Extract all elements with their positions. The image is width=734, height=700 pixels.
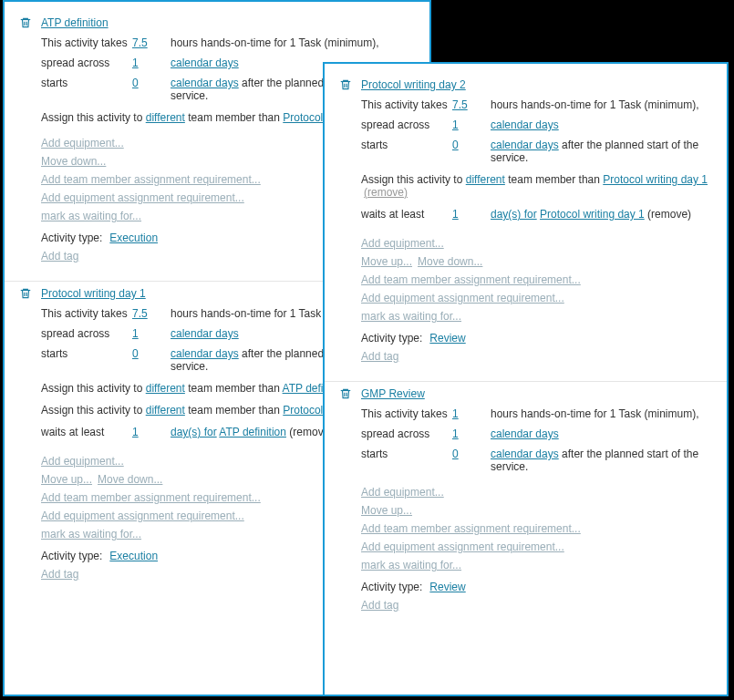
activity-type-label: Activity type: bbox=[41, 232, 102, 244]
add-equip-req-link[interactable]: Add equipment assignment requirement... bbox=[361, 540, 712, 553]
label-spread: spread across bbox=[361, 427, 452, 440]
add-tag-link[interactable]: Add tag bbox=[361, 350, 712, 363]
add-equipment-link[interactable]: Add equipment... bbox=[361, 486, 712, 499]
label-takes: This activity takes bbox=[361, 98, 452, 111]
value-starts[interactable]: 0 bbox=[452, 448, 491, 460]
wait-target[interactable]: Protocol writing day 1 bbox=[540, 208, 645, 221]
unit-starts: calendar days after the planned start of… bbox=[491, 448, 712, 473]
label-waits: waits at least bbox=[41, 426, 132, 438]
activity-type-value[interactable]: Review bbox=[429, 332, 465, 345]
assign-different[interactable]: different bbox=[146, 404, 185, 417]
calendar-days-link[interactable]: calendar days bbox=[491, 448, 559, 460]
unit-waits: day(s) for Protocol writing day 1 (remov… bbox=[491, 208, 712, 221]
value-spread[interactable]: 1 bbox=[132, 327, 171, 340]
card-actions: Add equipment...Move up...Add team membe… bbox=[361, 486, 712, 571]
value-spread[interactable]: 1 bbox=[452, 427, 491, 440]
activity-title[interactable]: GMP Review bbox=[361, 387, 425, 400]
assign-different[interactable]: different bbox=[146, 382, 185, 395]
calendar-days-link[interactable]: calendar days bbox=[491, 139, 559, 151]
label-spread: spread across bbox=[361, 118, 452, 131]
label-takes: This activity takes bbox=[41, 307, 132, 320]
calendar-days-link[interactable]: calendar days bbox=[171, 327, 239, 340]
value-starts[interactable]: 0 bbox=[132, 347, 171, 360]
assign-target[interactable]: Protocol writing day 1 bbox=[603, 173, 708, 186]
calendar-days-link[interactable]: calendar days bbox=[491, 118, 559, 131]
days-link[interactable]: day(s) for bbox=[171, 426, 217, 438]
label-waits: waits at least bbox=[361, 208, 452, 221]
move-up-link[interactable]: Move up... bbox=[361, 255, 412, 268]
remove-link[interactable]: (remove) bbox=[647, 208, 691, 221]
add-team-req-link[interactable]: Add team member assignment requirement..… bbox=[361, 522, 712, 535]
value-takes[interactable]: 7.5 bbox=[132, 36, 171, 49]
activity-title[interactable]: ATP definition bbox=[41, 16, 109, 29]
mark-waiting-link[interactable]: mark as waiting for... bbox=[361, 559, 712, 571]
activity-type-row: Activity type:Review bbox=[361, 332, 712, 345]
calendar-days-link[interactable]: calendar days bbox=[491, 427, 559, 440]
trash-icon[interactable] bbox=[339, 387, 352, 400]
value-takes[interactable]: 7.5 bbox=[132, 307, 171, 320]
assign-different[interactable]: different bbox=[146, 111, 185, 124]
card-actions: Add equipment...Move up...Move down...Ad… bbox=[361, 237, 712, 323]
unit-starts: calendar days after the planned start of… bbox=[491, 139, 712, 164]
calendar-days-link[interactable]: calendar days bbox=[171, 77, 239, 89]
mark-waiting-link[interactable]: mark as waiting for... bbox=[361, 310, 712, 323]
value-spread[interactable]: 1 bbox=[452, 118, 491, 131]
trash-icon[interactable] bbox=[19, 16, 32, 29]
add-team-req-link[interactable]: Add team member assignment requirement..… bbox=[361, 273, 712, 286]
activity-type-row: Activity type:Review bbox=[361, 581, 712, 593]
add-equip-req-link[interactable]: Add equipment assignment requirement... bbox=[361, 292, 712, 304]
calendar-days-link[interactable]: calendar days bbox=[171, 57, 239, 69]
label-takes: This activity takes bbox=[41, 36, 132, 49]
unit-spread: calendar days bbox=[491, 118, 712, 131]
value-takes[interactable]: 7.5 bbox=[452, 98, 491, 111]
move-up-link[interactable]: Move up... bbox=[41, 473, 92, 486]
trash-icon[interactable] bbox=[19, 287, 32, 300]
activity-type-value[interactable]: Execution bbox=[109, 232, 158, 244]
remove-link[interactable]: (remove) bbox=[364, 186, 408, 199]
move-down-link[interactable]: Move down... bbox=[98, 473, 162, 486]
activity-title[interactable]: Protocol writing day 1 bbox=[41, 287, 146, 300]
value-takes[interactable]: 1 bbox=[452, 407, 491, 420]
value-starts[interactable]: 0 bbox=[452, 139, 491, 151]
wait-target[interactable]: ATP definition bbox=[219, 426, 286, 438]
add-tag-link[interactable]: Add tag bbox=[361, 599, 712, 612]
unit-takes: hours hands-on-time for 1 Task (minimum)… bbox=[171, 36, 415, 49]
move-down-link[interactable]: Move down... bbox=[418, 255, 482, 268]
unit-takes: hours hands-on-time for 1 Task (minimum)… bbox=[491, 98, 712, 111]
label-starts: starts bbox=[41, 347, 132, 360]
label-starts: starts bbox=[41, 77, 132, 89]
add-equipment-link[interactable]: Add equipment... bbox=[361, 237, 712, 250]
value-starts[interactable]: 0 bbox=[132, 77, 171, 89]
unit-spread: calendar days bbox=[491, 427, 712, 440]
label-spread: spread across bbox=[41, 327, 132, 340]
activity-panel-right: Protocol writing day 2This activity take… bbox=[323, 62, 729, 696]
label-takes: This activity takes bbox=[361, 407, 452, 420]
activity-card: GMP ReviewThis activity takes1hours hand… bbox=[325, 382, 727, 630]
at-least[interactable]: at least bbox=[389, 208, 425, 221]
activity-type-label: Activity type: bbox=[361, 332, 422, 345]
label-starts: starts bbox=[361, 448, 452, 460]
activity-type-label: Activity type: bbox=[361, 581, 422, 593]
label-spread: spread across bbox=[41, 57, 132, 69]
unit-takes: hours hands-on-time for 1 Task (minimum)… bbox=[491, 407, 712, 420]
calendar-days-link[interactable]: calendar days bbox=[171, 347, 239, 360]
days-link[interactable]: day(s) for bbox=[491, 208, 537, 221]
assign-rule: Assign this activity to different team m… bbox=[361, 173, 712, 199]
move-down-link[interactable]: Move down... bbox=[41, 155, 106, 168]
activity-card: Protocol writing day 2This activity take… bbox=[325, 73, 727, 382]
activity-type-label: Activity type: bbox=[41, 550, 102, 562]
activity-type-value[interactable]: Execution bbox=[109, 550, 158, 562]
at-least[interactable]: at least bbox=[69, 426, 105, 438]
label-starts: starts bbox=[361, 139, 452, 151]
activity-type-value[interactable]: Review bbox=[429, 581, 465, 593]
assign-different[interactable]: different bbox=[466, 173, 505, 186]
value-waits[interactable]: 1 bbox=[132, 426, 171, 438]
move-up-link[interactable]: Move up... bbox=[361, 504, 412, 517]
value-waits[interactable]: 1 bbox=[452, 208, 491, 221]
value-spread[interactable]: 1 bbox=[132, 57, 171, 69]
trash-icon[interactable] bbox=[339, 78, 352, 91]
activity-title[interactable]: Protocol writing day 2 bbox=[361, 78, 466, 91]
